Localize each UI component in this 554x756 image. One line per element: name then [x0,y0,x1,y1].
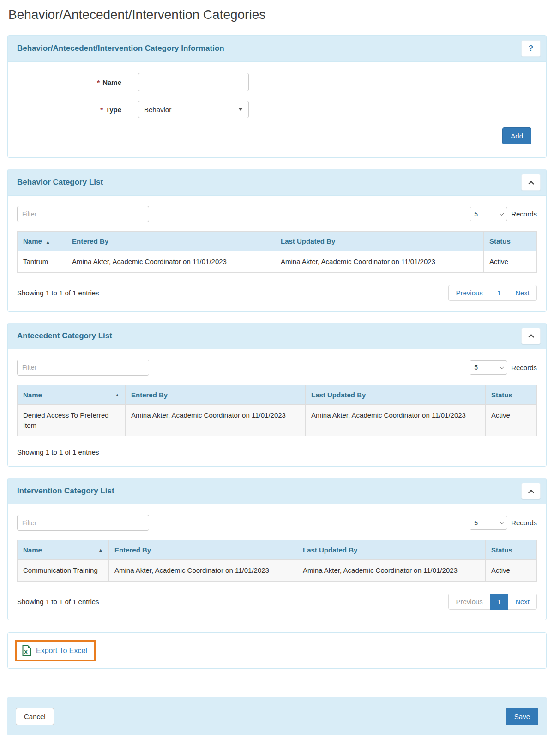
type-select-value: Behavior [144,106,171,114]
previous-page-button[interactable]: Previous [448,594,490,610]
collapse-button[interactable] [521,174,541,191]
behavior-category-table: Name▲ Entered By Last Updated By Status … [17,231,537,273]
chevron-up-icon [528,334,534,340]
table-row[interactable]: Communication Training Amina Akter, Acad… [18,560,537,582]
cell-entered-by: Amina Akter, Academic Coordinator on 11/… [66,251,275,273]
column-header-entered-by[interactable]: Entered By [126,385,306,404]
cell-status: Active [486,560,537,582]
page-title: Behavior/Antecedent/Intervention Categor… [7,0,547,24]
column-header-last-updated-by[interactable]: Last Updated By [306,385,486,404]
column-header-status[interactable]: Status [486,385,537,404]
antecedent-category-table: Name▲ Entered By Last Updated By Status … [17,385,537,437]
collapse-button[interactable] [521,328,541,344]
column-header-entered-by[interactable]: Entered By [109,540,297,560]
category-information-header: Behavior/Antecedent/Intervention Categor… [8,36,546,62]
table-header-row: Name▲ Entered By Last Updated By Status [18,540,537,560]
cancel-button[interactable]: Cancel [16,708,54,725]
column-header-status[interactable]: Status [486,540,537,560]
panel-title: Behavior/Antecedent/Intervention Categor… [17,44,224,53]
panel-title: Intervention Category List [17,486,114,496]
collapse-button[interactable] [521,483,541,499]
cell-entered-by: Amina Akter, Academic Coordinator on 11/… [126,404,306,436]
type-select[interactable]: Behavior [138,101,249,118]
next-page-button[interactable]: Next [508,594,537,610]
antecedent-category-list-header: Antecedent Category List [8,323,546,349]
pagination: Previous 1 Next [448,594,537,610]
export-to-excel-link[interactable]: Export To Excel [36,647,87,655]
filter-input[interactable] [17,360,149,376]
previous-page-button[interactable]: Previous [448,285,490,301]
cell-name: Denied Access To Preferred Item [18,404,126,436]
help-button[interactable]: ? [521,40,541,57]
page-number-button[interactable]: 1 [490,285,508,301]
records-label: Records [511,519,537,527]
export-highlight-annotation: x Export To Excel [15,640,96,661]
records-select-value: 5 [474,519,478,527]
cell-name: Tantrum [18,251,66,273]
svg-text:x: x [24,648,28,655]
panel-title: Antecedent Category List [17,331,112,341]
next-page-button[interactable]: Next [508,285,537,301]
chevron-down-icon [500,211,504,216]
filter-input[interactable] [17,206,149,222]
intervention-category-list-header: Intervention Category List [8,478,546,504]
table-header-row: Name▲ Entered By Last Updated By Status [18,232,537,251]
records-per-page-select[interactable]: 5 [470,516,507,530]
column-header-name[interactable]: Name▲ [18,540,109,560]
column-header-status[interactable]: Status [484,232,537,251]
sort-ascending-icon: ▲ [98,547,103,552]
page-number-button[interactable]: 1 [490,594,508,610]
column-header-last-updated-by[interactable]: Last Updated By [275,232,484,251]
excel-icon: x [22,645,31,656]
name-input[interactable] [138,73,249,91]
table-row[interactable]: Tantrum Amina Akter, Academic Coordinato… [18,251,537,273]
records-label: Records [511,364,537,372]
caret-down-icon [238,108,243,111]
required-asterisk: * [100,106,103,114]
required-asterisk: * [97,78,100,86]
intervention-category-table: Name▲ Entered By Last Updated By Status … [17,540,537,582]
column-header-entered-by[interactable]: Entered By [66,232,275,251]
entries-summary: Showing 1 to 1 of 1 entries [17,448,99,456]
cell-last-updated-by: Amina Akter, Academic Coordinator on 11/… [306,404,486,436]
column-header-name[interactable]: Name▲ [18,385,126,404]
records-per-page-select[interactable]: 5 [470,207,507,221]
panel-title: Behavior Category List [17,178,103,187]
chevron-up-icon [528,490,534,496]
category-information-panel: Behavior/Antecedent/Intervention Categor… [7,35,547,158]
type-field-label: *Type [17,106,138,114]
sort-ascending-icon: ▲ [46,240,50,245]
records-select-value: 5 [474,210,478,218]
cell-status: Active [486,404,537,436]
column-header-name[interactable]: Name▲ [18,232,66,251]
cell-last-updated-by: Amina Akter, Academic Coordinator on 11/… [275,251,484,273]
cell-last-updated-by: Amina Akter, Academic Coordinator on 11/… [297,560,486,582]
save-button[interactable]: Save [506,708,538,725]
export-panel: x Export To Excel [7,632,547,669]
cell-status: Active [484,251,537,273]
add-button[interactable]: Add [502,127,531,144]
pagination: Previous 1 Next [448,285,537,301]
sort-ascending-icon: ▲ [115,392,120,397]
chevron-down-icon [500,365,504,369]
cell-entered-by: Amina Akter, Academic Coordinator on 11/… [109,560,297,582]
table-row[interactable]: Denied Access To Preferred Item Amina Ak… [18,404,537,436]
column-header-last-updated-by[interactable]: Last Updated By [297,540,486,560]
behavior-category-list-panel: Behavior Category List 5 Records [7,169,547,312]
records-per-page-select[interactable]: 5 [470,360,507,375]
chevron-up-icon [528,180,534,186]
chevron-down-icon [500,520,504,524]
filter-input[interactable] [17,515,149,531]
antecedent-category-list-panel: Antecedent Category List 5 Records [7,323,547,467]
intervention-category-list-panel: Intervention Category List 5 Records [7,478,547,620]
entries-summary: Showing 1 to 1 of 1 entries [17,289,99,297]
name-field-label: *Name [17,78,138,86]
cell-name: Communication Training [18,560,109,582]
question-mark-icon: ? [529,44,533,53]
footer-action-bar: Cancel Save [7,697,547,735]
records-label: Records [511,210,537,218]
records-select-value: 5 [474,364,478,371]
behavior-category-list-header: Behavior Category List [8,169,546,196]
entries-summary: Showing 1 to 1 of 1 entries [17,598,99,606]
table-header-row: Name▲ Entered By Last Updated By Status [18,385,537,404]
